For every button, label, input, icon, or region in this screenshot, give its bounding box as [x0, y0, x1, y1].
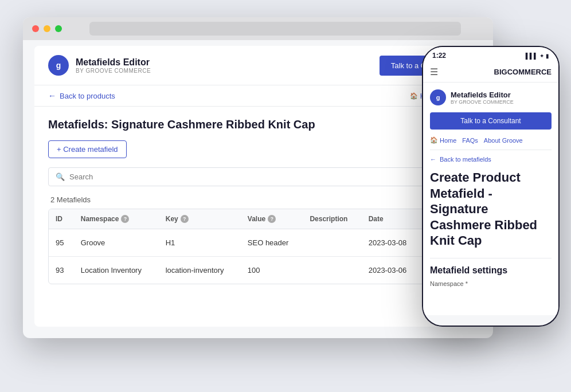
nav-bar: ← Back to products 🏠 Home FAQs [34, 85, 482, 107]
app-logo-section: g Metafields Editor BY GROOVE COMMERCE [48, 55, 151, 76]
table-header-row: 2 Metafields 1 - 2 of 2 ▾ [48, 195, 468, 204]
browser-chrome [23, 17, 493, 40]
address-bar[interactable] [89, 22, 461, 36]
phone-page-title: Create Product Metafield - Signature Cas… [430, 170, 552, 249]
cell-date: 2023-03-08 [362, 229, 421, 257]
battery-icon: ▮ [546, 53, 549, 59]
search-icon: 🔍 [56, 173, 65, 181]
phone-content: g Metafields Editor BY GROOVE COMMERCE T… [423, 83, 558, 315]
create-metafield-button[interactable]: + Create metafield [48, 140, 127, 158]
phone-home-label: Home [440, 137, 456, 144]
col-namespace: Namespace ? [74, 209, 159, 229]
app-subtitle: BY GROOVE COMMERCE [76, 68, 151, 74]
mobile-phone: 1:22 ▌▌▌ ✦ ▮ ☰ BIGCOMMERCE g Metafields … [422, 46, 560, 327]
phone-namespace-label: Namespace * [430, 280, 552, 287]
signal-bars: ▌▌▌ [526, 53, 538, 59]
phone-back-label: Back to metafields [440, 156, 491, 163]
col-value: Value ? [241, 209, 303, 229]
phone-back-arrow-icon: ← [430, 156, 436, 163]
namespace-help-icon[interactable]: ? [121, 215, 129, 223]
back-arrow-icon: ← [48, 91, 56, 100]
table-container: ID Namespace ? Key ? Value ? Description [48, 209, 468, 284]
cell-id: 95 [49, 229, 74, 257]
cell-value: SEO header [241, 229, 303, 257]
phone-nav-home[interactable]: 🏠 Home [430, 136, 456, 144]
phone-nav-links: 🏠 Home FAQs About Groove [430, 136, 552, 150]
cell-key: location-inventory [159, 257, 241, 284]
phone-nav-faqs[interactable]: FAQs [462, 137, 478, 144]
cell-description [303, 257, 361, 284]
col-key: Key ? [159, 209, 241, 229]
cell-description [303, 229, 361, 257]
app-content: g Metafields Editor BY GROOVE COMMERCE T… [34, 46, 482, 327]
cell-key: H1 [159, 229, 241, 257]
phone-back-link[interactable]: ← Back to metafields [430, 156, 552, 163]
col-id: ID [49, 209, 74, 229]
search-input[interactable] [69, 173, 460, 181]
value-help-icon[interactable]: ? [268, 215, 276, 223]
phone-app-title: Metafields Editor [451, 91, 514, 99]
app-header: g Metafields Editor BY GROOVE COMMERCE T… [34, 46, 482, 85]
traffic-light-red[interactable] [32, 25, 39, 32]
phone-nav-about[interactable]: About Groove [484, 137, 523, 144]
app-logo-icon: g [48, 55, 69, 76]
search-bar: 🔍 [48, 167, 468, 186]
cell-namespace: Location Inventory [74, 257, 159, 284]
key-help-icon[interactable]: ? [181, 215, 189, 223]
traffic-light-yellow[interactable] [44, 25, 50, 32]
col-description: Description [303, 209, 361, 229]
metafields-count: 2 Metafields [50, 195, 91, 204]
main-content: Metafields: Signature Cashmere Ribbed Kn… [34, 107, 482, 296]
phone-logo-icon: g [430, 89, 446, 105]
wifi-icon: ✦ [539, 53, 544, 59]
table-header: ID Namespace ? Key ? Value ? Description [49, 209, 467, 229]
phone-app-subtitle: BY GROOVE COMMERCE [451, 99, 514, 105]
back-link-label: Back to products [60, 92, 115, 100]
cell-date: 2023-03-06 [362, 257, 421, 284]
back-to-products-link[interactable]: ← Back to products [48, 91, 115, 100]
home-icon: 🏠 [410, 92, 418, 100]
phone-status-bar: 1:22 ▌▌▌ ✦ ▮ [423, 47, 558, 62]
phone-time: 1:22 [432, 52, 446, 60]
phone-app-title-block: Metafields Editor BY GROOVE COMMERCE [451, 91, 514, 105]
phone-home-icon: 🏠 [430, 136, 438, 144]
cell-namespace: Groove [74, 229, 159, 257]
page-title: Metafields: Signature Cashmere Ribbed Kn… [48, 118, 468, 131]
phone-logo-section: g Metafields Editor BY GROOVE COMMERCE [430, 89, 552, 105]
bigcommerce-logo: BIGCOMMERCE [494, 68, 552, 76]
cell-id: 93 [49, 257, 74, 284]
hamburger-icon[interactable]: ☰ [430, 66, 438, 77]
table-row: 95 Groove H1 SEO header 2023-03-08 ✏️ 🗑 [49, 229, 467, 257]
table-row: 93 Location Inventory location-inventory… [49, 257, 467, 284]
metafields-table: ID Namespace ? Key ? Value ? Description [49, 209, 467, 284]
phone-app-header: ☰ BIGCOMMERCE [423, 62, 558, 83]
table-body: 95 Groove H1 SEO header 2023-03-08 ✏️ 🗑 … [49, 229, 467, 284]
phone-section-title: Metafield settings [430, 258, 552, 276]
app-title-block: Metafields Editor BY GROOVE COMMERCE [76, 57, 151, 74]
cell-value: 100 [241, 257, 303, 284]
phone-inner: 1:22 ▌▌▌ ✦ ▮ ☰ BIGCOMMERCE g Metafields … [423, 47, 558, 326]
app-title: Metafields Editor [76, 57, 151, 68]
col-date: Date [362, 209, 421, 229]
phone-signal-icons: ▌▌▌ ✦ ▮ [526, 53, 549, 59]
traffic-light-green[interactable] [55, 25, 62, 32]
phone-consultant-button[interactable]: Talk to a Consultant [430, 112, 552, 130]
